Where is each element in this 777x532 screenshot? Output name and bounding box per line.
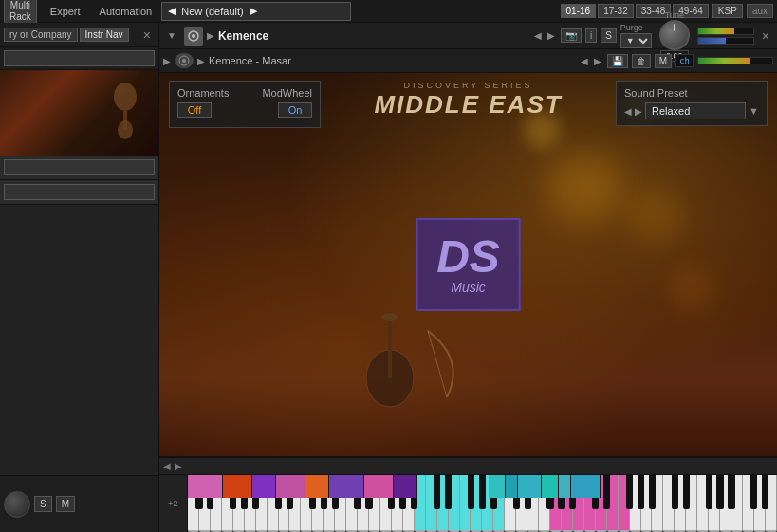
svg-point-4 — [192, 34, 195, 38]
midi-seg-6 — [329, 475, 364, 498]
midi-seg-4 — [276, 475, 305, 498]
preset-nav-right[interactable]: ▶ — [635, 106, 642, 117]
sidebar-section-filter — [0, 156, 158, 180]
sidebar-search — [0, 47, 158, 70]
instrument-nav-arrows: ◀ ▶ — [532, 30, 557, 41]
sidebar-category-dropdown[interactable] — [4, 184, 155, 200]
rack-nav-right[interactable]: ▶ — [248, 5, 259, 17]
ds-watermark: DS Music — [416, 218, 521, 311]
patch-delete-button[interactable]: 🗑 — [632, 54, 651, 68]
sidebar-tab-instr[interactable]: Instr Nav — [80, 28, 129, 42]
instrument-header: ▼ ▶ Kemence ◀ ▶ 📷 i S Pur — [159, 23, 777, 73]
sidebar-filter-dropdown[interactable] — [4, 159, 155, 175]
piano-keys-row: +2 — [159, 475, 777, 532]
purge-section: Purge ▼ — [620, 23, 652, 48]
level-bar-pan[interactable] — [697, 37, 754, 45]
right-main: ▼ ▶ Kemence ◀ ▶ 📷 i S Pur — [159, 23, 777, 532]
preset-dropdown-arrow[interactable]: ▼ — [749, 105, 759, 117]
midi-seg-1 — [188, 475, 223, 498]
midi-seg-cyan-4 — [542, 475, 560, 498]
patch-nav-left[interactable]: ◀ — [579, 56, 590, 66]
preset-name: Relaxed — [645, 102, 746, 119]
midi-seg-5 — [305, 475, 329, 498]
piano-scroll-right[interactable]: ▶ — [175, 461, 182, 471]
rack-name: New (default) — [181, 6, 243, 17]
range-17-32[interactable]: 17-32 — [598, 4, 634, 18]
instrument-nav-left[interactable]: ◀ — [532, 30, 544, 41]
midi-segments — [188, 475, 777, 498]
midi-seg-cyan-2 — [506, 475, 517, 498]
sidebar-section-category — [0, 180, 158, 205]
multi-rack-button[interactable]: MultiRack — [4, 0, 37, 26]
sidebar-list — [0, 205, 158, 475]
svg-point-0 — [114, 83, 137, 111]
sound-preset-label: Sound Preset — [624, 87, 759, 99]
instrument-body: Ornaments ModWheel Off On DISCOVERY SERI… — [159, 73, 777, 456]
midi-seg-cyan-3 — [518, 475, 542, 498]
sidebar-preview-image — [0, 70, 158, 156]
piano-roll: ◀ ▶ +2 — [159, 456, 777, 532]
sidebar-search-input[interactable] — [4, 50, 155, 66]
modwheel-label: ModWheel — [262, 87, 312, 99]
menu-automation[interactable]: Automation — [94, 4, 158, 19]
rack-nav-left[interactable]: ◀ — [166, 5, 177, 17]
ornaments-value[interactable]: Off — [177, 102, 212, 118]
instrument-row-close[interactable]: × — [758, 28, 773, 44]
level-bar-vol[interactable] — [697, 28, 754, 35]
preset-nav-left[interactable]: ◀ — [624, 106, 632, 117]
patch-nav-arrows: ◀ ▶ — [579, 56, 603, 66]
tune-knob[interactable] — [659, 20, 690, 50]
midi-seg-3 — [252, 475, 276, 498]
instrument-nav-right[interactable]: ▶ — [546, 30, 557, 41]
ornaments-row: Ornaments ModWheel — [177, 87, 312, 99]
sidebar-header: ry or Company Instr Nav × — [0, 23, 158, 47]
purge-select[interactable]: ▼ — [620, 33, 652, 48]
midi-seg-7 — [364, 475, 394, 498]
svg-line-10 — [428, 331, 447, 397]
sidebar-s-button[interactable]: S — [34, 496, 52, 512]
discovery-text: DISCOVERY SERIES MIDDLE EAST — [374, 81, 562, 119]
sidebar-m-button[interactable]: M — [56, 496, 75, 512]
camera-button[interactable]: 📷 — [561, 28, 582, 43]
patch-name: Kemence - Masar — [209, 55, 575, 66]
sidebar-preview — [0, 70, 158, 156]
patch-level-fill — [698, 58, 750, 64]
info-button[interactable]: i — [585, 28, 597, 43]
menu-expert[interactable]: Expert — [45, 4, 86, 19]
sidebar-close-button[interactable]: × — [139, 28, 155, 43]
m-indicator: M — [655, 54, 672, 68]
patch-expand-arrow[interactable]: ▶ — [197, 56, 205, 66]
midi-seg-cyan-6 — [571, 475, 601, 498]
instrument-panel-close[interactable]: ▼ — [163, 30, 180, 41]
instrument-row1: ▼ ▶ Kemence ◀ ▶ 📷 i S Pur — [159, 23, 777, 49]
patch-nav-right[interactable]: ▶ — [592, 56, 603, 66]
modwheel-value[interactable]: On — [278, 102, 312, 118]
piano-left-controls: +2 — [159, 475, 188, 532]
controls-left: Ornaments ModWheel Off On — [169, 81, 321, 128]
patch-expand[interactable]: ▶ — [163, 56, 171, 66]
patch-save-button[interactable]: 💾 — [607, 54, 628, 68]
discovery-label: DISCOVERY SERIES — [374, 81, 562, 90]
sidebar-bottom: S M — [0, 475, 158, 532]
midi-seg-8 — [394, 475, 417, 498]
ksp-button[interactable]: KSP — [712, 4, 743, 18]
patch-level-bar[interactable] — [697, 57, 773, 64]
rack-selector[interactable]: ◀ New (default) ▶ — [161, 2, 351, 21]
sidebar-knob[interactable] — [4, 491, 30, 518]
level-fill-pan — [698, 38, 726, 44]
sidebar-tab-library[interactable]: ry or Company — [4, 28, 78, 42]
midi-seg-2 — [223, 475, 252, 498]
piano-scroll-left[interactable]: ◀ — [163, 461, 171, 471]
midi-seg-cyan-5 — [559, 475, 570, 498]
bokeh-1 — [546, 150, 622, 226]
channel-display: ch — [675, 54, 694, 67]
instrument-icon — [184, 27, 203, 46]
aux-button[interactable]: aux — [747, 4, 773, 18]
level-section — [697, 28, 754, 45]
range-01-16[interactable]: 01-16 — [561, 4, 597, 18]
midi-seg-cyan-1 — [489, 475, 507, 498]
instrument-expand-arrow[interactable]: ▶ — [207, 30, 214, 41]
ds-label: DS — [436, 234, 500, 280]
svg-rect-8 — [388, 312, 392, 378]
left-sidebar: ry or Company Instr Nav × — [0, 23, 159, 532]
